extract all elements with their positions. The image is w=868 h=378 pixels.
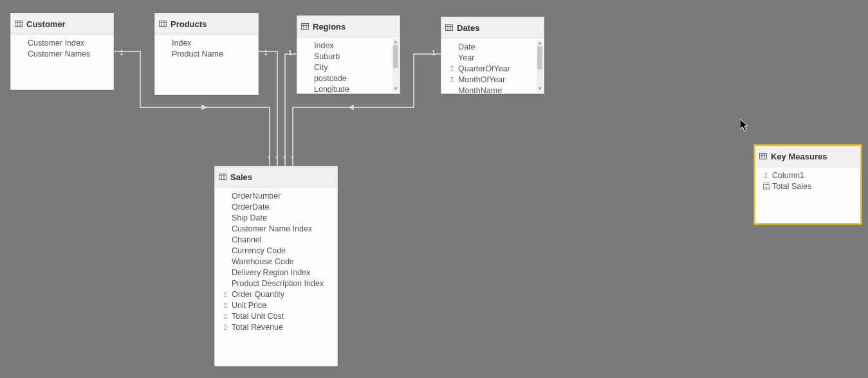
- field-row[interactable]: OrderNumber: [215, 190, 337, 201]
- field-label: OrderNumber: [232, 192, 331, 201]
- field-label: Index: [172, 39, 252, 48]
- scrollbar[interactable]: ▴▾: [537, 40, 543, 92]
- blank-icon: [162, 50, 171, 59]
- field-row[interactable]: OrderDate: [215, 201, 337, 212]
- field-row[interactable]: ΣTotal Unit Cost: [215, 310, 337, 321]
- field-row[interactable]: ΣMonthOfYear: [441, 74, 536, 85]
- field-row[interactable]: Delivery Region Index: [215, 267, 337, 278]
- field-row[interactable]: ΣColumn1: [755, 170, 860, 181]
- table-header[interactable]: Sales: [215, 166, 337, 188]
- field-row[interactable]: MonthName: [441, 85, 536, 93]
- table-icon: [15, 20, 23, 28]
- blank-icon: [304, 52, 313, 61]
- blank-icon: [221, 203, 230, 212]
- table-icon: [301, 22, 309, 30]
- sigma-icon: Σ: [221, 323, 230, 332]
- table-body: ΣColumn1Total Sales: [755, 167, 860, 223]
- field-row[interactable]: ΣTotal Revenue: [215, 321, 337, 332]
- cardinality-one: 1: [120, 49, 124, 57]
- scroll-thumb[interactable]: [537, 46, 542, 69]
- field-label: Channel: [232, 235, 331, 244]
- table-products[interactable]: ProductsIndexProduct Name: [154, 13, 259, 95]
- sigma-icon: Σ: [221, 290, 230, 299]
- field-row[interactable]: Index: [155, 37, 258, 48]
- field-label: Date: [458, 42, 530, 51]
- cardinality-many: *: [268, 156, 270, 162]
- field-row[interactable]: Index: [297, 40, 392, 51]
- field-row[interactable]: Date: [441, 41, 536, 52]
- model-canvas[interactable]: 1 1 1 1 * * * * CustomerCustomer IndexCu…: [0, 0, 868, 378]
- scroll-up-icon[interactable]: ▴: [392, 39, 399, 45]
- cursor-icon: [740, 119, 752, 133]
- blank-icon: [17, 39, 26, 48]
- field-label: Product Name: [172, 50, 252, 59]
- scroll-up-icon[interactable]: ▴: [537, 40, 543, 46]
- field-row[interactable]: Customer Name Index: [215, 223, 337, 234]
- field-label: Longitude: [314, 85, 385, 94]
- table-title: Dates: [457, 23, 479, 33]
- cardinality-one: 1: [432, 49, 436, 57]
- scrollbar[interactable]: ▴▾: [392, 39, 399, 92]
- field-label: Order Quantity: [232, 290, 331, 299]
- table-icon: [159, 20, 167, 28]
- field-label: Suburb: [314, 52, 385, 61]
- table-header[interactable]: Key Measures: [755, 146, 860, 167]
- svg-rect-4: [160, 21, 167, 27]
- field-label: Column1: [772, 171, 854, 180]
- table-header[interactable]: Customer: [11, 14, 113, 35]
- field-row[interactable]: Product Name: [155, 48, 258, 59]
- field-row[interactable]: Currency Code: [215, 245, 337, 256]
- blank-icon: [221, 235, 230, 244]
- field-row[interactable]: Product Description Index: [215, 278, 337, 289]
- scroll-thumb[interactable]: [393, 45, 398, 68]
- field-row[interactable]: Ship Date: [215, 212, 337, 223]
- sigma-icon: Σ: [448, 64, 457, 73]
- field-label: Unit Price: [232, 301, 331, 310]
- blank-icon: [304, 74, 313, 83]
- blank-icon: [448, 86, 457, 94]
- field-row[interactable]: City: [297, 62, 392, 73]
- scroll-down-icon[interactable]: ▾: [392, 86, 399, 92]
- cardinality-one: 1: [264, 49, 268, 57]
- table-header[interactable]: Dates: [441, 17, 544, 39]
- table-regions[interactable]: RegionsIndexSuburbCitypostcodeLongitude▴…: [297, 15, 400, 94]
- scroll-down-icon[interactable]: ▾: [537, 86, 543, 92]
- field-label: Total Revenue: [232, 323, 331, 332]
- blank-icon: [221, 224, 230, 233]
- table-icon: [445, 24, 453, 32]
- table-header[interactable]: Regions: [297, 16, 400, 37]
- calculator-icon: [762, 182, 771, 191]
- field-row[interactable]: Warehouse Code: [215, 256, 337, 267]
- field-row[interactable]: Suburb: [297, 51, 392, 62]
- svg-rect-25: [764, 184, 769, 185]
- table-key-measures[interactable]: Key MeasuresΣColumn1Total Sales: [754, 145, 862, 224]
- table-sales[interactable]: SalesOrderNumberOrderDateShip DateCustom…: [214, 166, 338, 366]
- field-row[interactable]: Longitude: [297, 84, 392, 93]
- blank-icon: [221, 268, 230, 277]
- field-label: Customer Names: [28, 50, 107, 59]
- field-label: postcode: [314, 74, 385, 83]
- field-row[interactable]: ΣQuarterOfYear: [441, 63, 536, 74]
- field-row[interactable]: postcode: [297, 73, 392, 84]
- table-header[interactable]: Products: [155, 14, 258, 35]
- svg-point-29: [764, 188, 766, 189]
- sigma-icon: Σ: [221, 312, 230, 321]
- table-customer[interactable]: CustomerCustomer IndexCustomer Names: [10, 13, 114, 90]
- field-row[interactable]: ΣUnit Price: [215, 300, 337, 310]
- field-row[interactable]: ΣOrder Quantity: [215, 289, 337, 300]
- field-row[interactable]: Year: [441, 52, 536, 63]
- svg-point-31: [768, 188, 769, 189]
- field-row[interactable]: Customer Names: [11, 48, 113, 59]
- field-row[interactable]: Customer Index: [11, 37, 113, 48]
- table-icon: [219, 173, 226, 181]
- blank-icon: [221, 246, 230, 255]
- table-body: Customer IndexCustomer Names: [11, 35, 113, 89]
- blank-icon: [162, 39, 171, 48]
- table-dates[interactable]: DatesDateYearΣQuarterOfYearΣMonthOfYearM…: [441, 17, 544, 94]
- field-row[interactable]: Channel: [215, 234, 337, 245]
- table-icon: [759, 152, 767, 160]
- field-label: Delivery Region Index: [232, 268, 331, 277]
- field-row[interactable]: Total Sales: [755, 181, 860, 192]
- svg-point-28: [768, 186, 769, 188]
- blank-icon: [221, 279, 230, 288]
